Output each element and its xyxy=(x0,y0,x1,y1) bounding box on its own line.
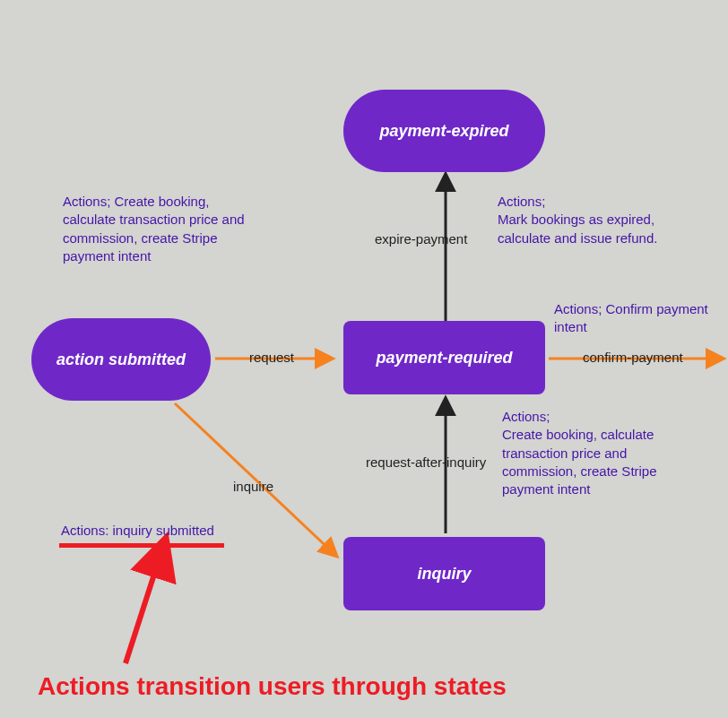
underline-highlight xyxy=(59,543,224,548)
actions-confirm-intent: Actions; Confirm payment intent xyxy=(554,300,715,337)
label-confirm-payment: confirm-payment xyxy=(583,350,683,365)
label-inquire: inquire xyxy=(233,479,273,494)
arrow-callout xyxy=(126,558,160,663)
actions-create-booking-1: Actions; Create booking, calculate trans… xyxy=(63,193,251,265)
label-request-after-inquiry: request-after-inquiry xyxy=(366,454,486,470)
state-inquiry: inquiry xyxy=(343,537,545,610)
actions-inquiry-submitted: Actions: inquiry submitted xyxy=(61,522,214,540)
actions-create-booking-2: Actions; Create booking, calculate trans… xyxy=(502,408,681,498)
label-expire-payment: expire-payment xyxy=(375,231,467,247)
caption-text: Actions transition users through states xyxy=(38,672,507,701)
label-request: request xyxy=(249,350,294,365)
state-payment-expired: payment-expired xyxy=(343,90,545,172)
state-action-submitted: action submitted xyxy=(31,318,211,401)
actions-expired-refund: Actions; Mark bookings as expired, calcu… xyxy=(498,193,681,247)
state-payment-required: payment-required xyxy=(343,321,545,394)
